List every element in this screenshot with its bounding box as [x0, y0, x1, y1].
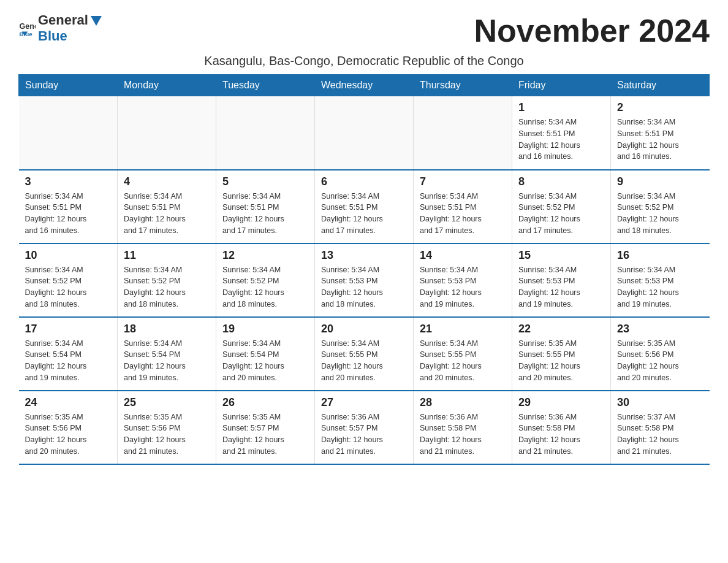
calendar-week-row: 3Sunrise: 5:34 AM Sunset: 5:51 PM Daylig… [19, 170, 710, 243]
day-sun-info: Sunrise: 5:34 AM Sunset: 5:52 PM Dayligh… [124, 264, 210, 310]
calendar-day-cell: 13Sunrise: 5:34 AM Sunset: 5:53 PM Dayli… [315, 243, 414, 317]
month-title: November 2024 [474, 12, 710, 49]
day-number: 2 [617, 101, 703, 114]
day-sun-info: Sunrise: 5:34 AM Sunset: 5:53 PM Dayligh… [518, 264, 604, 310]
calendar-day-cell: 22Sunrise: 5:35 AM Sunset: 5:55 PM Dayli… [512, 317, 611, 391]
day-sun-info: Sunrise: 5:34 AM Sunset: 5:53 PM Dayligh… [420, 264, 506, 310]
day-number: 25 [124, 396, 210, 409]
day-sun-info: Sunrise: 5:37 AM Sunset: 5:58 PM Dayligh… [617, 412, 703, 458]
day-number: 3 [25, 175, 112, 188]
calendar-day-cell: 14Sunrise: 5:34 AM Sunset: 5:53 PM Dayli… [414, 243, 512, 317]
day-sun-info: Sunrise: 5:34 AM Sunset: 5:51 PM Dayligh… [124, 191, 210, 237]
day-sun-info: Sunrise: 5:35 AM Sunset: 5:55 PM Dayligh… [518, 338, 604, 384]
day-sun-info: Sunrise: 5:35 AM Sunset: 5:56 PM Dayligh… [124, 412, 210, 458]
day-sun-info: Sunrise: 5:34 AM Sunset: 5:52 PM Dayligh… [617, 191, 703, 237]
weekday-header-tuesday: Tuesday [216, 75, 315, 96]
calendar-day-cell [19, 96, 118, 170]
day-number: 9 [617, 175, 703, 188]
weekday-header-saturday: Saturday [611, 75, 710, 96]
day-number: 1 [518, 101, 604, 114]
day-number: 12 [222, 249, 308, 262]
calendar-day-cell: 29Sunrise: 5:36 AM Sunset: 5:58 PM Dayli… [512, 391, 611, 464]
day-sun-info: Sunrise: 5:34 AM Sunset: 5:52 PM Dayligh… [222, 264, 308, 310]
location-subtitle: Kasangulu, Bas-Congo, Democratic Republi… [18, 54, 710, 68]
day-sun-info: Sunrise: 5:34 AM Sunset: 5:53 PM Dayligh… [321, 264, 407, 310]
day-sun-info: Sunrise: 5:34 AM Sunset: 5:53 PM Dayligh… [617, 264, 703, 310]
calendar-day-cell: 18Sunrise: 5:34 AM Sunset: 5:54 PM Dayli… [118, 317, 216, 391]
day-number: 15 [518, 249, 604, 262]
calendar-day-cell: 17Sunrise: 5:34 AM Sunset: 5:54 PM Dayli… [19, 317, 118, 391]
calendar-day-cell [414, 96, 512, 170]
page-header: General Blue General Blue November 2024 [18, 12, 710, 49]
day-sun-info: Sunrise: 5:34 AM Sunset: 5:54 PM Dayligh… [124, 338, 210, 384]
day-number: 11 [124, 249, 210, 262]
day-sun-info: Sunrise: 5:34 AM Sunset: 5:51 PM Dayligh… [518, 117, 604, 163]
calendar-day-cell [118, 96, 216, 170]
day-sun-info: Sunrise: 5:34 AM Sunset: 5:51 PM Dayligh… [321, 191, 407, 237]
logo-blue-text: Blue [38, 28, 67, 44]
svg-text:Blue: Blue [19, 31, 32, 37]
calendar-day-cell: 16Sunrise: 5:34 AM Sunset: 5:53 PM Dayli… [611, 243, 710, 317]
day-number: 29 [518, 396, 604, 409]
day-number: 28 [420, 396, 506, 409]
weekday-header-sunday: Sunday [19, 75, 118, 96]
calendar-day-cell: 11Sunrise: 5:34 AM Sunset: 5:52 PM Dayli… [118, 243, 216, 317]
calendar-week-row: 1Sunrise: 5:34 AM Sunset: 5:51 PM Daylig… [19, 96, 710, 170]
day-number: 23 [617, 323, 703, 335]
weekday-header-monday: Monday [118, 75, 216, 96]
calendar-body: 1Sunrise: 5:34 AM Sunset: 5:51 PM Daylig… [19, 96, 710, 464]
day-number: 19 [222, 323, 308, 335]
day-sun-info: Sunrise: 5:34 AM Sunset: 5:51 PM Dayligh… [25, 191, 112, 237]
day-number: 4 [124, 175, 210, 188]
calendar-day-cell: 15Sunrise: 5:34 AM Sunset: 5:53 PM Dayli… [512, 243, 611, 317]
day-number: 6 [321, 175, 407, 188]
day-number: 14 [420, 249, 506, 262]
day-number: 24 [25, 396, 112, 409]
weekday-header-thursday: Thursday [414, 75, 512, 96]
calendar-table: SundayMondayTuesdayWednesdayThursdayFrid… [18, 74, 710, 465]
day-sun-info: Sunrise: 5:34 AM Sunset: 5:55 PM Dayligh… [321, 338, 407, 384]
calendar-day-cell: 9Sunrise: 5:34 AM Sunset: 5:52 PM Daylig… [611, 170, 710, 243]
day-sun-info: Sunrise: 5:34 AM Sunset: 5:55 PM Dayligh… [420, 338, 506, 384]
day-number: 21 [420, 323, 506, 335]
day-number: 10 [25, 249, 112, 262]
calendar-day-cell: 1Sunrise: 5:34 AM Sunset: 5:51 PM Daylig… [512, 96, 611, 170]
weekday-header-friday: Friday [512, 75, 611, 96]
day-sun-info: Sunrise: 5:35 AM Sunset: 5:56 PM Dayligh… [617, 338, 703, 384]
calendar-day-cell: 10Sunrise: 5:34 AM Sunset: 5:52 PM Dayli… [19, 243, 118, 317]
day-sun-info: Sunrise: 5:34 AM Sunset: 5:54 PM Dayligh… [222, 338, 308, 384]
weekday-header-wednesday: Wednesday [315, 75, 414, 96]
day-sun-info: Sunrise: 5:35 AM Sunset: 5:57 PM Dayligh… [222, 412, 308, 458]
calendar-day-cell: 30Sunrise: 5:37 AM Sunset: 5:58 PM Dayli… [611, 391, 710, 464]
calendar-day-cell: 8Sunrise: 5:34 AM Sunset: 5:52 PM Daylig… [512, 170, 611, 243]
day-number: 5 [222, 175, 308, 188]
day-number: 8 [518, 175, 604, 188]
calendar-day-cell: 19Sunrise: 5:34 AM Sunset: 5:54 PM Dayli… [216, 317, 315, 391]
calendar-week-row: 24Sunrise: 5:35 AM Sunset: 5:56 PM Dayli… [19, 391, 710, 464]
day-number: 20 [321, 323, 407, 335]
calendar-day-cell: 28Sunrise: 5:36 AM Sunset: 5:58 PM Dayli… [414, 391, 512, 464]
calendar-day-cell [216, 96, 315, 170]
logo: General Blue General Blue [18, 12, 103, 44]
day-number: 13 [321, 249, 407, 262]
calendar-day-cell: 27Sunrise: 5:36 AM Sunset: 5:57 PM Dayli… [315, 391, 414, 464]
calendar-day-cell: 7Sunrise: 5:34 AM Sunset: 5:51 PM Daylig… [414, 170, 512, 243]
day-sun-info: Sunrise: 5:36 AM Sunset: 5:57 PM Dayligh… [321, 412, 407, 458]
day-number: 16 [617, 249, 703, 262]
calendar-day-cell: 4Sunrise: 5:34 AM Sunset: 5:51 PM Daylig… [118, 170, 216, 243]
calendar-day-cell: 24Sunrise: 5:35 AM Sunset: 5:56 PM Dayli… [19, 391, 118, 464]
logo-icon: General Blue [18, 20, 36, 37]
day-number: 17 [25, 323, 112, 335]
day-sun-info: Sunrise: 5:34 AM Sunset: 5:54 PM Dayligh… [25, 338, 112, 384]
calendar-day-cell: 20Sunrise: 5:34 AM Sunset: 5:55 PM Dayli… [315, 317, 414, 391]
calendar-day-cell: 6Sunrise: 5:34 AM Sunset: 5:51 PM Daylig… [315, 170, 414, 243]
calendar-week-row: 17Sunrise: 5:34 AM Sunset: 5:54 PM Dayli… [19, 317, 710, 391]
calendar-day-cell: 3Sunrise: 5:34 AM Sunset: 5:51 PM Daylig… [19, 170, 118, 243]
day-number: 26 [222, 396, 308, 409]
calendar-day-cell: 21Sunrise: 5:34 AM Sunset: 5:55 PM Dayli… [414, 317, 512, 391]
day-sun-info: Sunrise: 5:34 AM Sunset: 5:51 PM Dayligh… [617, 117, 703, 163]
calendar-week-row: 10Sunrise: 5:34 AM Sunset: 5:52 PM Dayli… [19, 243, 710, 317]
day-number: 18 [124, 323, 210, 335]
day-number: 27 [321, 396, 407, 409]
svg-text:General: General [19, 22, 36, 31]
